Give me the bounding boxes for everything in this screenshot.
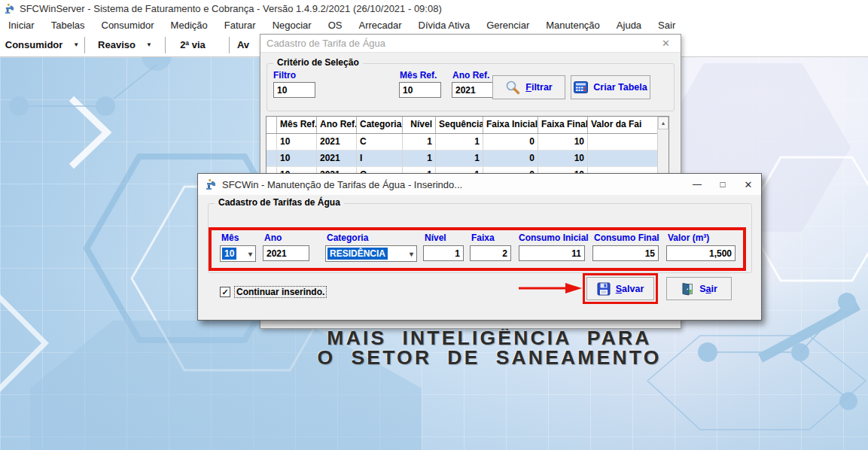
tariff-edit-dialog-titlebar[interactable]: SFCWin - Manutenção de Tarifas de Água -… [198,174,761,195]
filtrar-button[interactable]: Filtrar [492,75,565,99]
filtro-label: Filtro [273,70,296,81]
dropdown-arrow-icon: ▼ [146,41,152,48]
criar-tabela-label: Criar Tabela [593,82,647,93]
menu-item-ajuda[interactable]: Ajuda [608,18,650,32]
app-titlebar: SFCWinServer - Sistema de Faturamento e … [0,0,868,17]
chevron-down-icon: ▾ [248,250,255,258]
col-mes-ref[interactable]: Mês Ref. [277,117,317,133]
menu-item-gerenciar[interactable]: Gerenciar [478,18,538,32]
dropdown-arrow-icon: ▼ [73,41,79,48]
menu-item-arrecadar[interactable]: Arrecadar [350,18,410,32]
wallpaper-slogan: MAIS INTELIGÊNCIA PARA O SETOR DE SANEAM… [282,328,696,368]
table-icon [574,81,588,93]
mes-select[interactable]: 10 ▾ [220,245,256,262]
categoria-select[interactable]: RESIDÊNCIA ▾ [325,245,417,262]
tariff-table-header: Mês Ref. Ano Ref. Categoria Nível Sequên… [266,117,669,134]
consumo-inicial-input[interactable] [519,245,585,261]
filtrar-label: Filtrar [525,82,552,93]
tariff-list-dialog-titlebar[interactable]: Cadastro de Tarifa de Água ✕ [260,35,681,53]
consumo-final-label: Consumo Final [594,233,659,243]
faixa-input[interactable] [470,245,511,261]
table-row-selected[interactable]: 10 2021 I 1 1 0 10 [266,151,669,167]
toolbar-button-avulso[interactable]: Av [230,35,257,56]
nivel-label: Nível [425,233,446,243]
mes-ref-label: Mês Ref. [400,70,437,81]
col-ano-ref[interactable]: Ano Ref. [317,117,357,133]
menubar: Iniciar Tabelas Consumidor Medição Fatur… [0,17,868,33]
menu-item-consumidor[interactable]: Consumidor [93,18,163,32]
slogan-line-1: MAIS INTELIGÊNCIA PARA [282,328,696,348]
col-valor-da-faixa[interactable]: Valor da Fai [588,117,658,133]
ano-input[interactable] [263,245,309,261]
categoria-label: Categoria [327,233,368,243]
criar-tabela-button[interactable]: Criar Tabela [571,75,650,99]
filtro-input[interactable] [273,82,315,98]
checkbox-check-icon[interactable]: ✓ [220,287,230,297]
menu-item-os[interactable]: OS [320,18,351,32]
maximize-icon[interactable]: □ [710,175,736,194]
edit-legend: Cadastro de Tarifas de Água [215,197,344,208]
menu-item-medicao[interactable]: Medição [163,18,216,32]
close-icon[interactable]: ✕ [736,175,761,194]
close-icon[interactable]: ✕ [657,38,675,49]
faixa-label: Faixa [471,233,495,243]
toolbar-button-reaviso[interactable]: Reaviso ▼ [85,35,165,56]
menu-item-sair[interactable]: Sair [650,18,684,32]
tariff-list-dialog-title: Cadastro de Tarifa de Água [266,38,385,49]
tariff-edit-dialog: SFCWin - Manutenção de Tarifas de Água -… [197,173,762,321]
scroll-up-icon[interactable]: ▲ [658,117,669,129]
annotation-red-arrow [517,282,583,294]
app-title: SFCWinServer - Sistema de Faturamento e … [20,3,442,14]
col-selector [266,117,277,133]
continuar-inserindo-label: Continuar inserindo. [234,286,327,298]
chevron-down-icon: ▾ [410,250,416,258]
menu-item-negociar[interactable]: Negociar [264,18,320,32]
menu-item-iniciar[interactable]: Iniciar [0,18,43,32]
consumo-final-input[interactable] [592,245,659,261]
tariff-edit-dialog-body: Cadastro de Tarifas de Água Mês 10 ▾ Ano… [198,195,761,320]
valor-m3-input[interactable] [666,245,736,261]
menu-item-tabelas[interactable]: Tabelas [43,18,93,32]
col-categoria[interactable]: Categoria [357,117,403,133]
criteria-legend: Critério de Seleção [273,57,363,68]
col-nivel[interactable]: Nível [403,117,436,133]
col-faixa-inicial[interactable]: Faixa Inicial [483,117,538,133]
exit-door-icon [681,282,694,296]
toolbar-button-consumidor[interactable]: Consumidor ▼ [0,35,84,56]
col-sequencia[interactable]: Sequência [436,117,483,133]
app-window: SFCWinServer - Sistema de Faturamento e … [0,0,868,450]
menu-item-faturar[interactable]: Faturar [216,18,264,32]
mes-ref-input[interactable] [399,82,441,98]
table-row[interactable]: 10 2021 C 1 1 0 10 [266,134,669,151]
col-faixa-final[interactable]: Faixa Final [538,117,588,133]
sair-button[interactable]: Sair [666,277,732,300]
save-floppy-icon [597,282,611,296]
ano-ref-input[interactable] [452,82,495,98]
magnifier-icon [505,80,520,95]
menu-item-divida-ativa[interactable]: Dívida Ativa [410,18,479,32]
sair-label: Sair [699,284,717,294]
mes-label: Mês [221,233,239,243]
continuar-inserindo-checkbox[interactable]: ✓ Continuar inserindo. [220,286,327,298]
faucet-app-icon [4,3,15,14]
nivel-input[interactable] [423,245,464,261]
valor-m3-label: Valor (m³) [668,233,709,243]
slogan-line-2: O SETOR DE SANEAMENTO [282,348,696,367]
ano-ref-label: Ano Ref. [452,70,489,81]
consumo-inicial-label: Consumo Inicial [519,233,589,243]
faucet-app-icon [205,178,217,190]
ano-label: Ano [264,233,282,243]
tariff-edit-dialog-title: SFCWin - Manutenção de Tarifas de Água -… [222,179,462,190]
menu-item-manutencao[interactable]: Manutenção [538,18,608,32]
salvar-label: Salvar [616,284,644,294]
salvar-button[interactable]: Salvar [586,277,654,300]
toolbar-button-segunda-via[interactable]: 2ª via [166,35,220,56]
minimize-icon[interactable]: — [684,175,710,194]
